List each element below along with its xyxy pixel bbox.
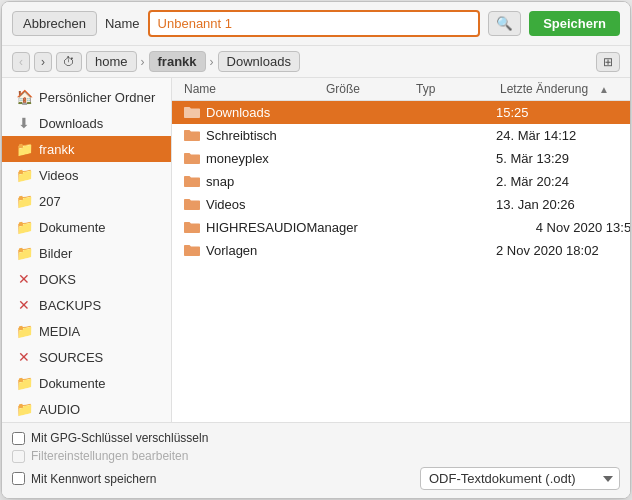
folder-icon-frankk: 📁 [16,141,32,157]
filter-checkbox-row: Filtereinstellungen bearbeiten [12,449,620,463]
filename-input[interactable] [148,10,481,37]
sidebar-item-bilder[interactable]: 📁 Bilder [2,240,171,266]
sort-arrow-icon: ▲ [595,84,613,95]
breadcrumb-downloads[interactable]: Downloads [218,51,300,72]
nav-back-button[interactable]: ‹ [12,52,30,72]
filename-moneyplex: moneyplex [206,151,269,166]
sidebar-label-dokumente2: Dokumente [39,376,105,391]
sidebar-label-bilder: Bilder [39,246,72,261]
filedate-snap: 2. Mär 20:24 [492,174,622,189]
filedate-videos: 13. Jan 20:26 [492,197,622,212]
table-row[interactable]: moneyplex 5. Mär 13:29 [172,147,630,170]
file-list-area: Name Größe Typ Letzte Änderung ▲ Downloa… [172,78,630,422]
filename-schreibtisch: Schreibtisch [206,128,277,143]
sidebar: 🏠 Persönlicher Ordner ⬇ Downloads 📁 fran… [2,78,172,422]
grid-toggle-button[interactable]: ⊞ [596,52,620,72]
x-icon-sources: ✕ [16,349,32,365]
password-checkbox[interactable] [12,472,25,485]
table-row[interactable]: Schreibtisch 24. Mär 14:12 [172,124,630,147]
filedate-downloads: 15:25 [492,105,622,120]
sidebar-item-backups[interactable]: ✕ BACKUPS [2,292,171,318]
cancel-button[interactable]: Abbrechen [12,11,97,36]
sidebar-label-media: MEDIA [39,324,80,339]
sidebar-item-frankk[interactable]: 📁 frankk [2,136,171,162]
table-row[interactable]: Videos 13. Jan 20:26 [172,193,630,216]
home-icon: 🏠 [16,89,32,105]
sidebar-item-media[interactable]: 📁 MEDIA [2,318,171,344]
breadcrumb-separator-2: › [210,55,214,69]
sidebar-item-207[interactable]: 📁 207 [2,188,171,214]
name-label: Name [105,16,140,31]
password-checkbox-row[interactable]: Mit Kennwort speichern [12,472,156,486]
filedate-moneyplex: 5. Mär 13:29 [492,151,622,166]
sidebar-item-dokumente[interactable]: 📁 Dokumente [2,214,171,240]
table-row[interactable]: snap 2. Mär 20:24 [172,170,630,193]
breadcrumb-bar: ‹ › ⏱ home › frankk › Downloads ⊞ [2,46,630,78]
folder-icon-highres [184,221,200,234]
filedate-schreibtisch: 24. Mär 14:12 [492,128,622,143]
sidebar-item-dokumente2[interactable]: 📁 Dokumente [2,370,171,396]
gpg-label: Mit GPG-Schlüssel verschlüsseln [31,431,208,445]
download-icon: ⬇ [16,115,32,131]
filename-snap: snap [206,174,234,189]
folder-icon-vorlagen [184,244,200,257]
nav-forward-button[interactable]: › [34,52,52,72]
folder-icon-dokumente: 📁 [16,219,32,235]
folder-icon-videos-row [184,198,200,211]
filename-downloads: Downloads [206,105,270,120]
sidebar-label-doks: DOKS [39,272,76,287]
breadcrumb-frankk[interactable]: frankk [149,51,206,72]
breadcrumb-home[interactable]: home [86,51,137,72]
col-type-header: Typ [412,82,492,96]
table-row[interactable]: HIGHRESAUDIOManager 4 Nov 2020 13:58 [172,216,630,239]
main-content: 🏠 Persönlicher Ordner ⬇ Downloads 📁 fran… [2,78,630,422]
folder-icon-audio: 📁 [16,401,32,417]
sidebar-label-frankk: frankk [39,142,74,157]
table-row[interactable]: Downloads 15:25 [172,101,630,124]
filedate-vorlagen: 2 Nov 2020 18:02 [492,243,622,258]
filetype-select[interactable]: ODF-Textdokument (.odt) Microsoft Word (… [420,467,620,490]
gpg-checkbox-row[interactable]: Mit GPG-Schlüssel verschlüsseln [12,431,620,445]
file-list-body: Downloads 15:25 Schreibtisch 24 [172,101,630,422]
search-icon: 🔍 [496,16,513,31]
x-icon-doks: ✕ [16,271,32,287]
save-button[interactable]: Speichern [529,11,620,36]
sidebar-item-videos[interactable]: 📁 Videos [2,162,171,188]
password-label: Mit Kennwort speichern [31,472,156,486]
folder-icon-dokumente2: 📁 [16,375,32,391]
sidebar-item-downloads[interactable]: ⬇ Downloads [2,110,171,136]
table-row[interactable]: Vorlagen 2 Nov 2020 18:02 [172,239,630,262]
sidebar-item-personal-folder[interactable]: 🏠 Persönlicher Ordner [2,84,171,110]
filter-label: Filtereinstellungen bearbeiten [31,449,188,463]
save-dialog: Abbrechen Name 🔍 Speichern ‹ › ⏱ home › … [1,1,631,499]
file-list-header: Name Größe Typ Letzte Änderung ▲ [172,78,630,101]
filedate-highres: 4 Nov 2020 13:58 [532,220,630,235]
sidebar-label-downloads: Downloads [39,116,103,131]
nav-recent-button[interactable]: ⏱ [56,52,82,72]
folder-icon-moneyplex [184,152,200,165]
search-button[interactable]: 🔍 [488,11,521,36]
col-date-header: Letzte Änderung ▲ [492,82,622,96]
breadcrumb-separator-1: › [141,55,145,69]
gpg-checkbox[interactable] [12,432,25,445]
sidebar-label-backups: BACKUPS [39,298,101,313]
folder-icon-207: 📁 [16,193,32,209]
sidebar-label-dokumente: Dokumente [39,220,105,235]
sidebar-label-sources: SOURCES [39,350,103,365]
sidebar-label-207: 207 [39,194,61,209]
filename-videos: Videos [206,197,246,212]
folder-icon-bilder: 📁 [16,245,32,261]
bottom-bar: Mit GPG-Schlüssel verschlüsseln Filterei… [2,422,630,498]
folder-icon-snap [184,175,200,188]
filename-highres: HIGHRESAUDIOManager [206,220,358,235]
folder-icon-videos: 📁 [16,167,32,183]
top-bar: Abbrechen Name 🔍 Speichern [2,2,630,46]
sidebar-item-sources[interactable]: ✕ SOURCES [2,344,171,370]
col-size-header: Größe [322,82,412,96]
folder-icon-downloads [184,106,200,119]
filter-checkbox [12,450,25,463]
sidebar-item-doks[interactable]: ✕ DOKS [2,266,171,292]
folder-icon-schreibtisch [184,129,200,142]
sidebar-label-videos: Videos [39,168,79,183]
sidebar-item-audio[interactable]: 📁 AUDIO [2,396,171,422]
